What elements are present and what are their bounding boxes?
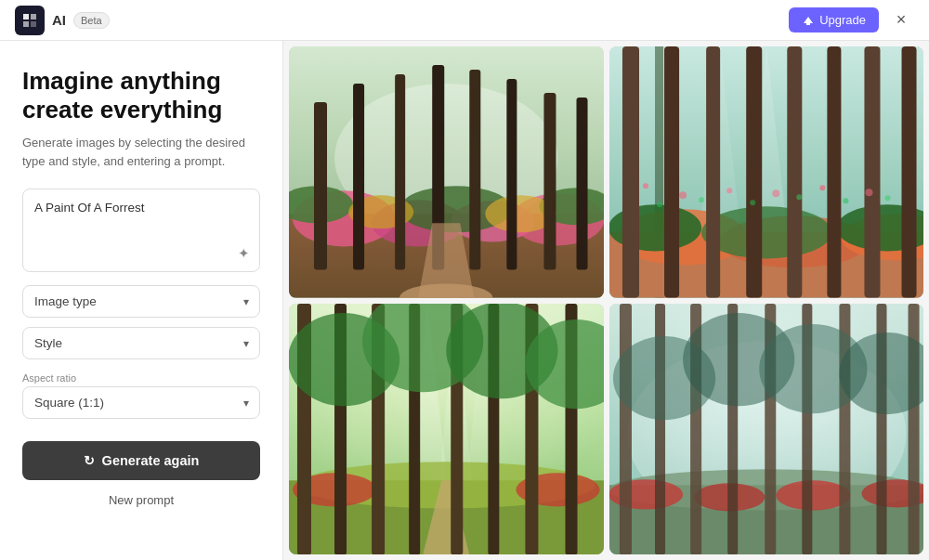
aspect-ratio-section: Aspect ratio Square (1:1) Landscape (16:… [22,369,260,428]
image-type-select[interactable]: Image type Photography Illustration Pain… [22,285,260,318]
app-logo-icon [15,6,45,35]
image-type-wrapper: Image type Photography Illustration Pain… [22,285,260,318]
svg-rect-22 [543,93,556,269]
header: AI Beta Upgrade × [0,0,929,41]
svg-rect-16 [314,102,327,269]
generate-button[interactable]: ↻ Generate again [22,441,260,480]
sidebar-subtitle: Generate images by selecting the desired… [22,134,260,170]
svg-rect-0 [23,14,29,20]
svg-rect-20 [469,70,480,269]
svg-point-47 [679,191,687,199]
svg-point-53 [699,197,704,202]
svg-rect-38 [622,46,638,298]
image-grid [283,41,929,560]
svg-point-51 [865,189,872,196]
image-cell-4 [609,304,924,555]
svg-point-55 [796,194,802,200]
svg-point-50 [819,185,825,190]
main-content: Imagine anythingcreate everything Genera… [0,41,929,560]
svg-rect-89 [619,304,631,555]
svg-point-49 [772,189,779,197]
forest-image-1 [289,46,604,298]
aspect-ratio-wrapper: Square (1:1) Landscape (16:9) Portrait (… [22,386,260,419]
svg-rect-18 [395,74,405,269]
sidebar: Imagine anythingcreate everything Genera… [0,41,283,560]
magic-wand-icon[interactable]: ✦ [238,245,250,262]
svg-rect-2 [23,21,29,27]
image-cell-3 [289,304,604,555]
prompt-input[interactable]: A Paint Of A Forrest [34,201,248,256]
svg-point-46 [643,183,648,189]
forest-image-4 [609,304,924,555]
svg-rect-44 [864,46,880,298]
svg-rect-43 [827,46,841,298]
svg-rect-17 [353,84,364,269]
upgrade-icon [802,14,815,27]
sidebar-heading: Imagine anythingcreate everything [22,67,260,124]
style-select[interactable]: Style Realistic Abstract Impressionist [22,327,260,359]
svg-point-52 [657,202,662,207]
svg-rect-42 [787,46,802,298]
header-left: AI Beta [15,6,110,35]
aspect-ratio-select[interactable]: Square (1:1) Landscape (16:9) Portrait (… [22,386,260,419]
aspect-ratio-label: Aspect ratio [22,372,260,384]
svg-rect-41 [746,46,762,298]
svg-point-36 [701,206,831,258]
svg-point-57 [884,195,890,201]
svg-point-54 [750,200,755,205]
generate-label: Generate again [102,453,200,468]
refresh-icon: ↻ [84,453,95,468]
upgrade-button[interactable]: Upgrade [789,7,879,33]
style-wrapper: Style Realistic Abstract Impressionist ▾ [22,327,260,359]
svg-rect-39 [664,46,679,298]
beta-badge: Beta [73,12,110,29]
svg-rect-3 [31,21,36,27]
image-cell-2 [609,46,924,298]
new-prompt-link[interactable]: New prompt [22,493,260,507]
forest-image-3 [289,304,604,555]
logo-text: AI [52,12,66,28]
svg-point-87 [776,480,850,510]
svg-point-48 [726,188,732,193]
forest-image-2 [609,46,924,298]
prompt-area: A Paint Of A Forrest ✦ [22,189,260,272]
svg-rect-1 [31,14,36,20]
close-button[interactable]: × [888,7,914,33]
svg-point-56 [843,198,848,203]
header-right: Upgrade × [789,7,914,33]
svg-rect-23 [577,98,588,269]
svg-rect-45 [901,46,916,298]
svg-rect-21 [506,79,517,269]
image-cell-1 [289,46,604,298]
svg-rect-40 [706,46,720,298]
